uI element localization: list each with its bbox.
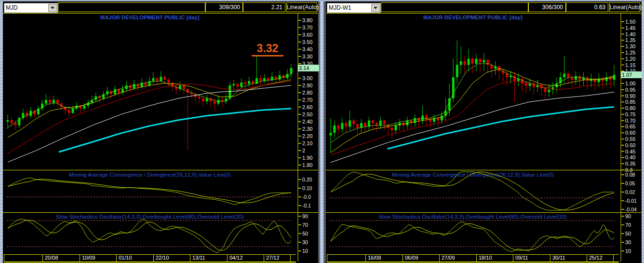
axis-tick-label: 2.50 xyxy=(302,111,312,117)
date-cell: 04/12 xyxy=(227,255,264,262)
axis-tick-label: 3.40 xyxy=(302,46,312,52)
date-cell xyxy=(4,255,42,262)
date-cell xyxy=(613,255,619,262)
axis-tick-label: 0.70 xyxy=(625,118,635,124)
axis-tick-label: -0.01 xyxy=(625,198,637,204)
axis-tick-label: 2.70 xyxy=(302,97,312,103)
date-cell: 10/09 xyxy=(80,255,116,262)
date-cell: 18/10 xyxy=(476,255,513,262)
chart-panel-mjd: MJD 309/300 2.21 Linear(Auto) MAJOR DEVE… xyxy=(3,1,318,263)
price-annotation: 3.32 xyxy=(252,42,283,56)
date-axis: 20/0810/0901/1022/1013/1104/1227/12 xyxy=(4,254,296,262)
axis-tick-label: -0.04 xyxy=(625,207,637,212)
axis-tick-label: 1.50 xyxy=(625,19,635,25)
axis-tick-label: 90 xyxy=(302,213,308,219)
series-line xyxy=(8,178,291,205)
axis-tick-label: 1.40 xyxy=(625,31,635,37)
series-line xyxy=(388,107,614,149)
axis-tick-label: 0.20 xyxy=(302,177,312,182)
axis-tick-label: 1.00 xyxy=(625,81,635,86)
date-cell: 30/11 xyxy=(550,255,587,262)
axis-tick-label: 70 xyxy=(625,222,631,228)
axis-tick-label: 50 xyxy=(625,231,631,236)
axis-tick-label: 3.30 xyxy=(302,54,312,59)
axis-tick-label: 1.25 xyxy=(625,50,635,55)
chart-panel-mjd-w1: MJD-W1 306/300 0.63 Linear(Auto) MAJOR D… xyxy=(326,1,642,263)
axis-tick-label: 0.50 xyxy=(625,142,635,148)
series-line xyxy=(331,64,614,143)
axis-tick-label: 0.65 xyxy=(625,124,635,129)
axis-tick-label: 30 xyxy=(625,239,631,245)
date-cell: 20/08 xyxy=(42,255,80,262)
axis-tick-label: 3.50 xyxy=(302,39,312,45)
last-price-tag: 3.14 xyxy=(298,65,319,71)
date-cell: 06/09 xyxy=(402,255,439,262)
last-price-tag: 1.07 xyxy=(621,71,642,78)
series-line xyxy=(59,109,291,152)
axis-tick-label: 0.10 xyxy=(302,185,312,191)
axis-tick-label: 3.00 xyxy=(302,75,312,81)
axis-tick-label: 1.90 xyxy=(302,155,312,161)
axis-tick-label: 0.85 xyxy=(625,99,635,105)
axis-tick-label: 3.70 xyxy=(302,25,312,30)
window-right-edge xyxy=(642,1,644,263)
date-cell: 01/10 xyxy=(116,255,153,262)
series-line xyxy=(8,85,291,162)
axis-tick-label: 2.30 xyxy=(302,126,312,132)
date-cell: 13/11 xyxy=(190,255,227,262)
axis-tick-label: 0.80 xyxy=(625,105,635,111)
axis-tick-label: 0.75 xyxy=(625,111,635,117)
axis-tick-label: 1.30 xyxy=(625,43,635,49)
series-line xyxy=(331,172,614,210)
axis-tick-label: 0.45 xyxy=(625,149,635,154)
date-cell: 16/08 xyxy=(365,255,402,262)
date-cell xyxy=(290,255,296,262)
date-cell: 09/11 xyxy=(513,255,550,262)
axis-tick-label: 0.55 xyxy=(625,136,635,142)
chart-canvas[interactable]: 1.501.451.401.351.301.251.201.151.101.00… xyxy=(326,1,642,263)
series-line xyxy=(8,179,291,203)
date-cell: 27/12 xyxy=(264,255,290,262)
chart-canvas[interactable]: 3.803.703.603.503.403.303.203.002.902.80… xyxy=(3,1,318,263)
axis-tick-label: -0.1 xyxy=(302,203,311,208)
axis-tick-label: 1.20 xyxy=(625,56,635,62)
axis-tick-label: 1.45 xyxy=(625,25,635,31)
axis-tick-label: 2.90 xyxy=(302,83,312,88)
axis-tick-label: 90 xyxy=(625,213,631,219)
axis-tick-label: 0.08 xyxy=(625,172,635,178)
axis-tick-label: 2.10 xyxy=(302,140,312,146)
panel-splitter[interactable] xyxy=(318,1,326,263)
axis-tick-label: 30 xyxy=(302,239,308,245)
date-axis: 16/0806/0927/0918/1009/1130/1125/12 xyxy=(327,254,619,262)
axis-tick-label: 0.35 xyxy=(625,161,635,166)
axis-tick-label: 0.90 xyxy=(625,93,635,99)
axis-tick-label: 3.60 xyxy=(302,32,312,38)
series-line xyxy=(331,172,614,210)
axis-tick-label: 50 xyxy=(302,231,308,236)
axis-tick-label: 2.40 xyxy=(302,119,312,125)
date-cell: 22/10 xyxy=(153,255,190,262)
axis-tick-label: 1.80 xyxy=(302,162,312,168)
axis-tick-label: 0.40 xyxy=(625,154,635,160)
axis-tick-label: 0.60 xyxy=(625,130,635,136)
series-line xyxy=(331,224,614,250)
axis-tick-label: 70 xyxy=(302,222,308,228)
date-cell: 25/12 xyxy=(587,255,613,262)
axis-tick-label: 1.15 xyxy=(625,62,635,68)
axis-tick-label: 0.95 xyxy=(625,87,635,93)
date-cell: 27/09 xyxy=(439,255,476,262)
axis-tick-label: 2.60 xyxy=(302,104,312,110)
axis-tick-label: 0.02 xyxy=(625,189,635,195)
date-cell xyxy=(327,255,365,262)
charting-app-window: MJD 309/300 2.21 Linear(Auto) MAJOR DEVE… xyxy=(0,0,644,263)
axis-tick-label: 2.20 xyxy=(302,133,312,139)
axis-tick-label: 10 xyxy=(302,248,308,254)
series-line xyxy=(8,219,291,253)
axis-tick-label: -0.0 xyxy=(302,194,311,200)
axis-tick-label: 10 xyxy=(625,248,631,254)
axis-tick-label: 2 xyxy=(302,148,305,153)
series-line xyxy=(331,221,614,251)
axis-tick-label: 3.80 xyxy=(302,17,312,23)
axis-tick-label: 0.05 xyxy=(625,180,635,186)
axis-tick-label: 1.35 xyxy=(625,37,635,43)
